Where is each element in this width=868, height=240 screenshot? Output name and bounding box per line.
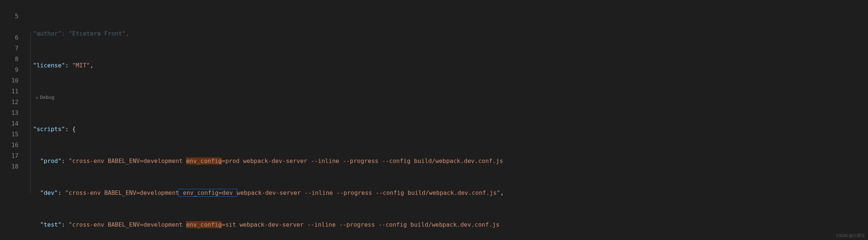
code-line[interactable]: "prod": "cross-env BABEL_ENV=development…: [26, 156, 868, 166]
line-number: 5: [0, 11, 18, 21]
codelens-label: Debug: [40, 94, 54, 100]
line-number: [0, 0, 18, 11]
code-line[interactable]: "author": "Etcetera Front",: [26, 28, 868, 39]
play-icon: ▷: [36, 95, 39, 100]
json-key: "license": [33, 62, 65, 69]
line-number: 14: [0, 118, 18, 129]
codelens-debug[interactable]: ▷Debug: [26, 92, 868, 103]
code-text: "author": "Etcetera Front",: [33, 30, 129, 37]
line-number: 15: [0, 129, 18, 140]
json-string: =prod webpack-dev-server --inline --prog…: [222, 157, 503, 164]
json-string: =sit webpack-dev-server --inline --progr…: [222, 221, 499, 228]
json-key: "dev": [40, 189, 58, 196]
line-number: 17: [0, 150, 18, 161]
code-line[interactable]: "license": "MIT",: [26, 60, 868, 71]
line-number: 11: [0, 86, 18, 97]
json-string: "MIT": [72, 62, 90, 69]
code-line[interactable]: "dev": "cross-env BABEL_ENV=development …: [26, 187, 868, 198]
json-string: webpack-dev-server --inline --progress -…: [237, 189, 500, 196]
line-number: 9: [0, 64, 18, 75]
json-key: "test": [40, 221, 62, 228]
line-number: 10: [0, 75, 18, 86]
code-editor[interactable]: 5 6 7 8 9 10 11 12 13 14 15 16 17 18 "au…: [0, 0, 868, 240]
line-number-gutter: 5 6 7 8 9 10 11 12 13 14 15 16 17 18: [0, 0, 26, 240]
line-number: 7: [0, 43, 18, 54]
line-number: 13: [0, 107, 18, 118]
colon: :: [65, 126, 72, 133]
comma: ,: [90, 62, 94, 69]
line-number: [0, 21, 18, 32]
line-number: 8: [0, 54, 18, 64]
indent-guide: [30, 32, 31, 193]
json-string: "cross-env BABEL_ENV=development: [69, 221, 186, 228]
code-line[interactable]: "test": "cross-env BABEL_ENV=development…: [26, 219, 868, 230]
json-string: "cross-env BABEL_ENV=development: [65, 189, 179, 196]
line-number: 6: [0, 32, 18, 43]
json-key: "scripts": [33, 126, 65, 133]
search-match-box: env_config=dev: [178, 189, 237, 197]
highlight: env_config: [186, 221, 221, 228]
highlight: env_config: [186, 157, 221, 164]
watermark: CSDN @小墨宝: [836, 233, 865, 239]
brace: {: [72, 126, 76, 133]
json-string: "cross-env BABEL_ENV=development: [69, 157, 186, 164]
code-area[interactable]: "author": "Etcetera Front", "license": "…: [26, 0, 868, 240]
line-number: 18: [0, 161, 18, 172]
colon: :: [65, 62, 72, 69]
line-number: 12: [0, 97, 18, 107]
line-number: 16: [0, 140, 18, 150]
code-line[interactable]: "scripts": {: [26, 124, 868, 134]
json-key: "prod": [40, 157, 62, 164]
